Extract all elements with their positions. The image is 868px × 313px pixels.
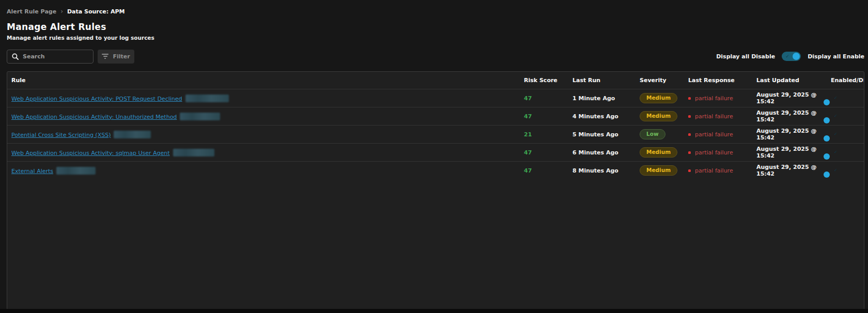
severity-badge: Medium bbox=[640, 165, 677, 176]
column-header-last-updated: Last Updated bbox=[756, 77, 831, 84]
severity-badge: Low bbox=[640, 129, 665, 139]
last-response-value: partial failure bbox=[688, 149, 756, 156]
risk-score-value: 21 bbox=[524, 131, 572, 138]
risk-score-value: 47 bbox=[524, 149, 572, 156]
last-run-value: 1 Minute Ago bbox=[572, 95, 640, 102]
severity-badge: Medium bbox=[640, 93, 677, 103]
check-icon: ✓ bbox=[785, 54, 789, 59]
check-icon: ✓ bbox=[834, 114, 838, 118]
risk-score-value: 47 bbox=[524, 113, 572, 120]
chevron-right-icon: › bbox=[60, 8, 63, 15]
toggle-knob bbox=[824, 135, 830, 142]
last-response-value: partial failure bbox=[688, 131, 756, 138]
controls-row: Filter Display all Disable ✓ Display all… bbox=[7, 49, 864, 64]
toggle-knob bbox=[824, 153, 830, 160]
last-response-value: partial failure bbox=[688, 95, 756, 102]
failure-dot-icon bbox=[688, 169, 691, 172]
failure-dot-icon bbox=[688, 133, 691, 136]
last-updated-value: August 29, 2025 @ 15:42 bbox=[756, 146, 831, 159]
severity-badge: Medium bbox=[640, 147, 677, 158]
last-updated-value: August 29, 2025 @ 15:42 bbox=[756, 109, 831, 123]
last-updated-value: August 29, 2025 @ 15:42 bbox=[756, 128, 831, 141]
rule-link[interactable]: Web Application Suspicious Activity: sql… bbox=[11, 150, 170, 156]
last-run-value: 4 Minutes Ago bbox=[572, 113, 640, 120]
rule-link[interactable]: Web Application Suspicious Activity: Una… bbox=[11, 114, 177, 120]
toggle-knob bbox=[824, 117, 830, 123]
column-header-rule: Rule bbox=[11, 77, 524, 84]
column-header-risk-score: Risk Score bbox=[524, 77, 572, 84]
display-all-toggle[interactable]: ✓ bbox=[782, 52, 801, 61]
breadcrumb: Alert Rule Page › Data Source: APM bbox=[7, 0, 864, 15]
check-icon: ✓ bbox=[834, 150, 838, 154]
display-all-disable-label: Display all Disable bbox=[716, 53, 775, 60]
breadcrumb-current: Data Source: APM bbox=[67, 8, 125, 15]
check-icon: ✓ bbox=[834, 168, 838, 173]
rule-link[interactable]: Web Application Suspicious Activity: POS… bbox=[11, 96, 182, 102]
search-box[interactable] bbox=[7, 50, 94, 64]
column-header-last-run: Last Run bbox=[572, 77, 640, 84]
last-response-value: partial failure bbox=[688, 113, 756, 120]
table-row: Potential Cross Site Scripting (XSS) 21 … bbox=[7, 125, 864, 143]
column-header-severity: Severity bbox=[640, 77, 688, 84]
last-updated-value: August 29, 2025 @ 15:42 bbox=[756, 91, 831, 105]
rule-link[interactable]: External Alerts bbox=[11, 168, 53, 175]
search-input[interactable] bbox=[23, 53, 88, 60]
toggle-knob bbox=[793, 53, 800, 60]
last-response-value: partial failure bbox=[688, 167, 756, 174]
check-icon: ✓ bbox=[834, 132, 838, 136]
display-all-enable-label: Display all Enable bbox=[808, 53, 864, 60]
table-header-row: Rule Risk Score Last Run Severity Last R… bbox=[7, 72, 864, 89]
failure-dot-icon bbox=[688, 115, 691, 118]
filter-icon bbox=[102, 54, 109, 59]
risk-score-value: 47 bbox=[524, 167, 572, 174]
redacted-text bbox=[180, 113, 220, 120]
check-icon: ✓ bbox=[834, 96, 838, 100]
last-run-value: 8 Minutes Ago bbox=[572, 167, 640, 174]
filter-button[interactable]: Filter bbox=[98, 50, 134, 64]
redacted-text bbox=[114, 131, 151, 138]
failure-dot-icon bbox=[688, 151, 691, 154]
page-content: Alert Rule Page › Data Source: APM Manag… bbox=[7, 0, 864, 312]
display-toggle-group: Display all Disable ✓ Display all Enable bbox=[716, 49, 864, 64]
bottom-edge-bar bbox=[0, 309, 868, 313]
last-run-value: 5 Minutes Ago bbox=[572, 131, 640, 138]
column-header-last-response: Last Response bbox=[688, 77, 756, 84]
table-row: Web Application Suspicious Activity: sql… bbox=[7, 143, 864, 161]
redacted-text bbox=[56, 167, 96, 175]
toggle-knob bbox=[824, 171, 830, 178]
redacted-text bbox=[173, 149, 214, 156]
page-subtitle: Manage alert rules assigned to your log … bbox=[7, 35, 864, 41]
table-row: External Alerts 47 8 Minutes Ago Medium … bbox=[7, 161, 864, 179]
redacted-text bbox=[185, 95, 229, 102]
filter-button-label: Filter bbox=[113, 53, 130, 60]
last-run-value: 6 Minutes Ago bbox=[572, 149, 640, 156]
rule-link[interactable]: Potential Cross Site Scripting (XSS) bbox=[11, 132, 111, 138]
failure-dot-icon bbox=[688, 97, 691, 100]
alert-rules-table: Rule Risk Score Last Run Severity Last R… bbox=[7, 71, 864, 312]
breadcrumb-parent[interactable]: Alert Rule Page bbox=[7, 8, 56, 15]
table-row: Web Application Suspicious Activity: POS… bbox=[7, 89, 864, 107]
risk-score-value: 47 bbox=[524, 95, 572, 102]
toggle-knob bbox=[824, 99, 830, 105]
severity-badge: Medium bbox=[640, 111, 677, 121]
table-row: Web Application Suspicious Activity: Una… bbox=[7, 107, 864, 125]
last-updated-value: August 29, 2025 @ 15:42 bbox=[756, 164, 831, 177]
search-icon bbox=[12, 53, 19, 60]
column-header-enabled: Enabled/Di... bbox=[831, 77, 864, 84]
page-title: Manage Alert Rules bbox=[7, 22, 864, 32]
